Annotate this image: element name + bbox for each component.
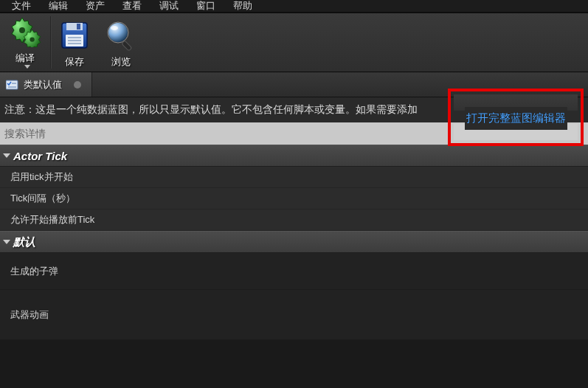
info-note: 注意：这是一个纯数据蓝图，所以只显示默认值。它不包含任何脚本或变量。如果需要添加 — [4, 103, 418, 117]
svg-rect-13 — [6, 80, 18, 89]
category-defaults-title: 默认 — [13, 235, 35, 249]
compile-label: 编译 — [15, 52, 35, 65]
expand-icon — [3, 153, 10, 158]
menu-help[interactable]: 帮助 — [224, 0, 261, 13]
menu-bar: 文件 编辑 资产 查看 调试 窗口 帮助 — [0, 0, 588, 13]
save-button[interactable]: 保存 — [52, 13, 97, 72]
save-label: 保存 — [65, 55, 84, 69]
preview-icon — [105, 16, 137, 54]
svg-rect-11 — [122, 41, 132, 51]
category-actor-tick-header[interactable]: Actor Tick — [0, 145, 588, 167]
open-full-blueprint-editor-link[interactable]: 打开完整蓝图编辑器 — [465, 107, 567, 130]
svg-point-1 — [30, 37, 34, 41]
prop-allow-tick-before-begin[interactable]: 允许开始播放前Tick — [0, 209, 588, 231]
highlight-box: 打开完整蓝图编辑器 — [448, 89, 584, 146]
prop-tick-interval[interactable]: Tick间隔（秒） — [0, 188, 588, 209]
menu-window[interactable]: 窗口 — [187, 0, 224, 13]
prop-weapon-anim[interactable]: 武器动画 — [0, 290, 588, 340]
toolbar: 编译 保存 — [0, 13, 588, 72]
menu-edit[interactable]: 编辑 — [40, 0, 77, 13]
preview-button[interactable]: 浏览 — [97, 13, 145, 72]
category-actor-tick-title: Actor Tick — [13, 150, 67, 162]
tab-close-icon[interactable] — [74, 81, 81, 89]
svg-point-12 — [111, 26, 118, 30]
preview-label: 浏览 — [111, 55, 131, 69]
svg-rect-4 — [77, 24, 80, 30]
menu-file[interactable]: 文件 — [3, 0, 40, 13]
category-actor-tick-body: 启用tick并开始 Tick间隔（秒） 允许开始播放前Tick — [0, 167, 588, 231]
info-bar: 注意：这是一个纯数据蓝图，所以只显示默认值。它不包含任何脚本或变量。如果需要添加… — [0, 97, 588, 122]
tab-class-defaults[interactable]: 类默认值 — [0, 72, 92, 97]
category-defaults-body: 生成的子弹 武器动画 — [0, 253, 588, 340]
tab-title: 类默认值 — [24, 78, 62, 91]
save-icon — [59, 16, 90, 54]
menu-debug[interactable]: 调试 — [151, 0, 187, 13]
compile-button[interactable]: 编译 — [0, 13, 50, 72]
menu-asset[interactable]: 资产 — [77, 0, 114, 13]
menu-view[interactable]: 查看 — [114, 0, 151, 13]
prop-start-with-tick[interactable]: 启用tick并开始 — [0, 167, 588, 188]
chevron-down-icon[interactable] — [24, 65, 30, 69]
category-defaults-header[interactable]: 默认 — [0, 231, 588, 253]
expand-icon — [3, 240, 10, 244]
svg-point-0 — [19, 27, 25, 33]
checklist-icon — [6, 80, 19, 90]
compile-icon — [7, 12, 43, 50]
prop-spawned-bullet[interactable]: 生成的子弹 — [0, 253, 588, 290]
